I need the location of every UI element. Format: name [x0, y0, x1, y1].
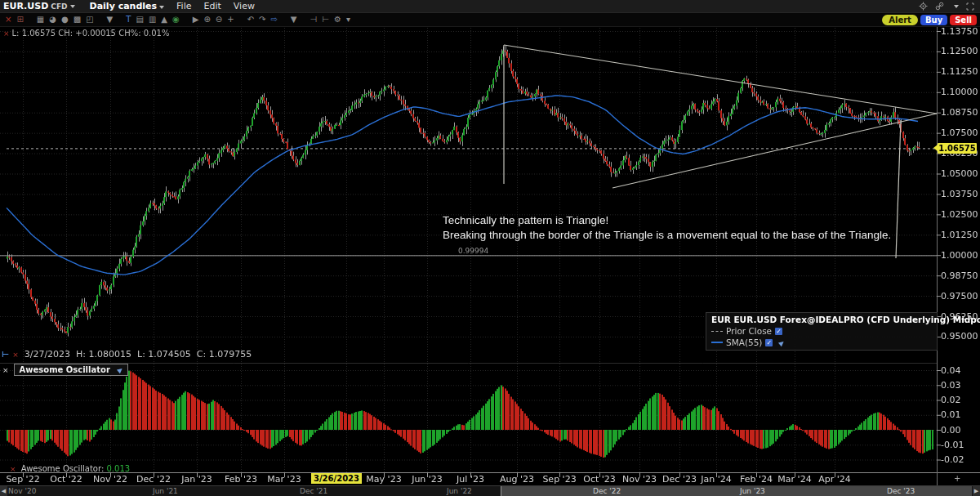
grid-display-icon[interactable]: ▦	[37, 13, 44, 26]
date-axis-label: Oct '23	[583, 474, 616, 485]
legend-item: SMA(55)✓▶	[711, 337, 932, 347]
scroll-right-button[interactable]: ▶	[973, 486, 980, 496]
close-icon[interactable]: ×	[5, 13, 11, 26]
chevron-down-icon[interactable]	[954, 5, 959, 8]
current-price-tag: 1.06575	[938, 143, 977, 154]
oscillator-value-line: × Awesome Oscillator: 0.013	[10, 464, 130, 473]
legend-item-label: Prior Close	[726, 326, 772, 336]
scrollbar-date-label: Jun '21	[153, 487, 178, 495]
zoom-in-icon[interactable]: ⊕	[203, 13, 210, 26]
chart-canvas[interactable]	[0, 0, 980, 496]
menubar: EUR.USD CFD Daily candles FileEditView	[0, 0, 980, 12]
chart-type-dropdown-icon[interactable]: ▼	[107, 13, 114, 26]
price-axis-tick: 0.97500	[941, 291, 978, 302]
scrollbar-thumb[interactable]: Dec '22Jun '23Dec '23	[501, 486, 972, 496]
snapshot-icon[interactable]: ▩	[74, 13, 81, 26]
expand-icon[interactable]	[966, 2, 974, 11]
legend-item-label: SMA(55)	[726, 337, 762, 347]
time-scrollbar[interactable]: ◀ Nov '20Jun '21Dec '21Jun '22 Dec '22Ju…	[0, 485, 980, 496]
crosshair-icon[interactable]: +	[227, 13, 234, 26]
world-events-icon[interactable]: ◉	[172, 13, 180, 26]
date-axis-plus-icon[interactable]: +	[954, 474, 960, 483]
oscillator-value: 0.013	[106, 464, 130, 473]
pointer-tool-icon[interactable]: ▶	[193, 13, 199, 26]
menu-edit[interactable]: Edit	[203, 1, 220, 11]
tools-caret-icon[interactable]: ▾	[346, 13, 350, 26]
studies-icon[interactable]: ▥	[149, 13, 156, 26]
date-axis-label: Mar '23	[267, 474, 301, 485]
scrollbar-date-label: Jun '23	[740, 487, 765, 495]
checkbox-checked[interactable]: ✓	[765, 339, 773, 346]
date-axis-label: Jul '23	[457, 474, 484, 485]
crosshair-status-line: ⊢ × 3/27/2023 H: 1.080015 L: 1.074505 C:…	[2, 349, 252, 360]
dock-window-icon[interactable]: ⊞	[16, 13, 23, 26]
timeframe-dropdown[interactable]: Daily candles	[90, 1, 165, 11]
price-axis-tick: 1.11250	[941, 66, 978, 77]
date-axis-label: Nov '22	[93, 474, 127, 485]
undo-icon[interactable]: ↶	[247, 13, 254, 26]
jump-latest-icon[interactable]: ⇨	[270, 13, 277, 26]
symbol-dropdown[interactable]: EUR.USD CFD	[3, 1, 75, 11]
zoom-region-icon[interactable]: ◰	[86, 13, 93, 26]
cursor-arrow-icon[interactable]: ▶	[777, 338, 786, 347]
price-axis-tick: 1.08750	[941, 107, 978, 118]
price-axis-tick: 1.12500	[941, 46, 978, 56]
increase-bar-width-icon[interactable]: ⊢	[322, 13, 329, 26]
price-axis-tick: 1.05000	[941, 168, 978, 179]
price-axis-tick: 1.02500	[941, 209, 978, 220]
quote-text: L: 1.06575 CH: +0.00015 CH%: 0.01%	[12, 29, 170, 38]
close-icon[interactable]: ×	[10, 465, 16, 473]
level-label: 0.99994	[458, 247, 488, 255]
annotation-line-1: Technically the pattern is Triangle!	[443, 213, 891, 228]
pie-tool-icon[interactable]: ◕	[49, 13, 56, 26]
date-axis-label: Nov '23	[622, 474, 657, 485]
line-swatch-icon	[711, 342, 723, 343]
date-axis-label: Dec '23	[662, 474, 697, 485]
sell-button[interactable]: Sell	[950, 15, 977, 25]
tws-chart-window: EUR.USD CFD Daily candles FileEditView ×…	[0, 0, 980, 496]
link-icon[interactable]	[935, 2, 944, 11]
price-axis-tick: 1.01250	[941, 230, 978, 240]
time-dropdown-icon[interactable]: ▼	[291, 13, 297, 26]
scroll-left-button[interactable]: ◀	[0, 486, 7, 496]
decrease-bar-width-icon[interactable]: ⊣	[310, 13, 318, 26]
scrollbar-date-label: Jun '22	[447, 487, 472, 495]
close-icon[interactable]: ×	[12, 351, 19, 359]
price-axis-tick: 0.98750	[941, 270, 978, 281]
oscillator-axis-tick: 0.04	[941, 365, 961, 376]
date-axis-label: May '23	[366, 474, 401, 485]
date-axis-label: Apr '24	[818, 474, 851, 485]
tools-icon[interactable]: ⚙	[334, 13, 341, 26]
menu-file[interactable]: File	[176, 1, 191, 11]
redo-icon[interactable]: ↷	[259, 13, 265, 26]
chart-legend: EUR EUR.USD Forex@IDEALPRO (CFD Underlyi…	[706, 312, 938, 351]
alert-button[interactable]: Alert	[882, 15, 918, 25]
chart-parameters-icon[interactable]: ▤	[136, 13, 143, 26]
oscillator-value-label: Awesome Oscillator:	[21, 464, 105, 473]
ellipse-tool-icon[interactable]: ●	[61, 13, 69, 26]
timeframe-label: Daily candles	[90, 1, 158, 11]
zoom-out-icon[interactable]: ⊖	[216, 13, 222, 26]
legend-title: EUR EUR.USD Forex@IDEALPRO (CFD Underlyi…	[711, 315, 980, 324]
close-icon[interactable]: ×	[3, 29, 10, 38]
price-axis-tick: 1.10000	[941, 87, 978, 97]
trend-tool-icon[interactable]: ▲	[161, 13, 167, 26]
text-note-icon[interactable]: T	[126, 13, 131, 26]
price-axis-tick: 0.95000	[941, 331, 978, 342]
checkbox-checked[interactable]: ✓	[775, 328, 782, 335]
price-axis-tick: 1.03750	[941, 189, 978, 199]
menu-view[interactable]: View	[234, 1, 255, 11]
pane-handle-icon[interactable]: ⊢	[2, 350, 9, 359]
price-axis-tick: 1.13750	[941, 26, 978, 37]
date-axis-label: Sep '23	[542, 474, 576, 485]
price-axis-tick: 1.07500	[941, 127, 978, 138]
oscillator-title-box[interactable]: Awesome Oscillator ▶	[14, 364, 128, 376]
oscillator-axis-tick: -0.02	[941, 454, 964, 465]
gear-icon[interactable]	[919, 2, 928, 11]
symbol-label: EUR.USD	[3, 1, 48, 11]
buy-button[interactable]: Buy	[920, 15, 947, 25]
quote-line: ×L: 1.06575 CH: +0.00015 CH%: 0.01%	[3, 29, 169, 38]
annotation-line-2: Breaking through the border of the Trian…	[443, 228, 891, 243]
close-icon[interactable]: ×	[2, 366, 9, 374]
oscillator-header: × Awesome Oscillator ▶	[2, 364, 128, 376]
